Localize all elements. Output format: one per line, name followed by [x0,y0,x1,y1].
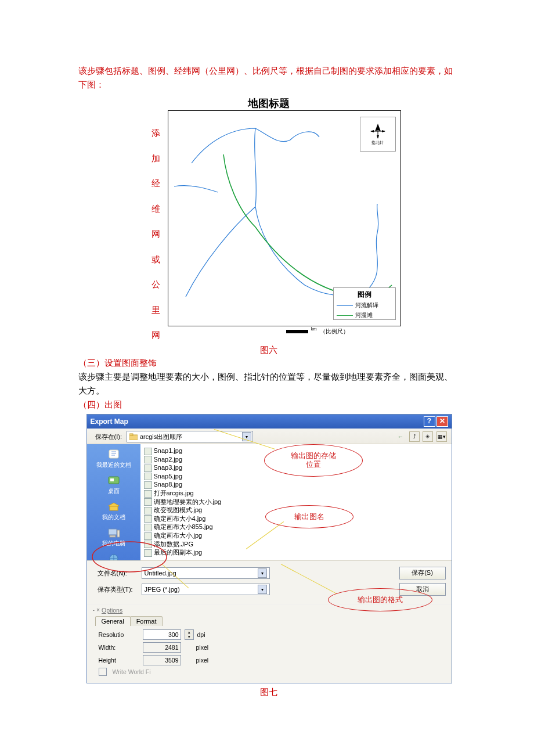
image-file-icon [144,507,152,514]
options-panel: - × Options General Format Resolutio 300… [87,604,452,683]
svg-rect-13 [109,529,117,535]
file-item[interactable]: 打开arcgis.jpg [144,489,448,498]
filetype-combo[interactable]: JPEG (*.jpg) ▾ [142,584,270,595]
file-item[interactable]: 调整地理要素的大小.jpg [144,498,448,506]
svg-rect-11 [110,478,114,481]
places-documents[interactable]: 我的文档 [87,501,140,521]
north-arrow-icon [369,123,387,140]
file-item[interactable]: 确定画布大小.jpg [144,531,448,540]
file-item[interactable]: 添加数据.JPG [144,540,448,549]
resolution-spinner[interactable]: ▴▾ [185,629,194,640]
image-file-icon [144,456,152,463]
width-field: 2481 [143,642,181,653]
resolution-unit: dpi [197,631,205,638]
svg-marker-4 [370,130,374,132]
section-4-heading: （四）出图 [78,398,459,412]
dialog-title: Export Map [91,417,128,426]
tab-format[interactable]: Format [130,616,163,626]
new-folder-button[interactable]: ✳ [423,431,433,442]
side-label-char: 网 [151,222,161,247]
file-item[interactable]: Snap5.jpg [144,472,448,481]
svg-rect-12 [110,506,118,510]
file-item[interactable]: Snap8.jpg [144,480,448,489]
svg-marker-5 [382,130,385,132]
file-item[interactable]: Snap1.jpg [144,447,448,455]
figure-6: 地图标题 添加经维网或公里网 指北针 [106,96,431,343]
file-item[interactable]: 确定画布大小855.jpg [144,523,448,531]
side-label-char: 里 [151,298,161,323]
cancel-button[interactable]: 取消 [399,583,446,596]
file-item[interactable]: 确定画布大小4.jpg [144,514,448,523]
recent-docs-icon [107,449,121,460]
resolution-field[interactable]: 300 [143,629,181,640]
side-label-char: 公 [151,272,161,298]
write-world-file-checkbox[interactable] [99,668,107,676]
file-item-label: 确定画布大小.jpg [154,532,203,539]
tab-general[interactable]: General [95,616,131,626]
filename-label: 文件名(N): [98,569,138,578]
dropdown-icon[interactable]: ▾ [258,568,267,578]
file-item-label: 确定画布大小4.jpg [154,515,206,522]
figure-7-caption: 图七 [78,687,459,698]
scale-unit: km [311,326,317,332]
help-button[interactable]: ? [424,416,435,427]
places-bar: 我最近的文档 桌面 我的文档 我的电脑 [87,444,140,560]
dialog-titlebar: Export Map ? ✕ [87,415,452,429]
file-item-label: 打开arcgis.jpg [154,489,194,496]
section-3-heading: （三）设置图面整饰 [78,356,459,370]
places-desktop[interactable]: 桌面 [87,475,140,495]
places-computer[interactable]: 我的电脑 [87,527,140,548]
file-item-label: Snap5.jpg [154,473,183,480]
close-button[interactable]: ✕ [436,416,448,427]
dropdown-icon[interactable]: ▾ [242,432,251,441]
file-item-label: Snap1.jpg [154,447,183,454]
dropdown-icon[interactable]: ▾ [258,585,267,594]
scale-note: （比例尺） [320,327,349,336]
scale-bar: km （比例尺） [286,327,349,336]
file-item[interactable]: 改变视图模式.jpg [144,506,448,514]
north-arrow-box: 指北针 [360,117,396,152]
file-item[interactable]: Snap3.jpg [144,463,448,472]
map-title: 地图标题 [106,96,431,110]
options-header[interactable]: Options [102,607,122,614]
legend-swatch-river [337,305,353,306]
file-item-label: Snap8.jpg [154,481,183,488]
up-folder-button[interactable]: ⤴ [409,431,420,442]
save-in-label: 保存在(I): [95,433,122,441]
side-label-char: 加 [151,146,161,172]
image-file-icon [144,481,152,489]
legend-swatch-floodplain [337,315,353,316]
side-label-char: 添 [151,121,161,146]
map-frame: 指北针 图例 河流解译 河漫滩 [168,110,401,326]
north-arrow-label: 指北针 [371,140,384,146]
file-item-label: 调整地理要素的大小.jpg [154,498,222,505]
width-label: Width: [99,644,139,651]
resolution-label: Resolutio [99,631,139,638]
svg-rect-8 [129,434,133,435]
legend-label-river: 河流解译 [355,301,378,309]
section-3-body: 该步骤主要是调整地理要素的大小，图例、指北针的位置等，尽量做到地理要素齐全，图面… [78,370,459,398]
side-label-char: 或 [151,247,161,273]
image-file-icon [144,465,152,472]
views-button[interactable]: ▦▾ [436,431,447,442]
file-item-label: 最后的图副本.jpg [154,549,203,556]
height-field: 3509 [143,655,181,665]
height-unit: pixel [196,657,209,664]
file-item[interactable]: Snap2.jpg [144,455,448,464]
image-file-icon [144,532,152,540]
save-button[interactable]: 保存(S) [399,567,446,579]
export-map-dialog: Export Map ? ✕ 保存在(I): arcgis出图顺序 ▾ ← ⤴ [86,414,452,683]
save-in-combo[interactable]: arcgis出图顺序 ▾ [127,431,253,442]
file-list[interactable]: Snap1.jpgSnap2.jpgSnap3.jpgSnap5.jpgSnap… [140,444,452,560]
image-file-icon [144,515,152,523]
save-in-value: arcgis出图顺序 [140,433,182,441]
filename-field[interactable]: Untitled.jpg ▾ [142,567,270,579]
file-item[interactable]: 最后的图副本.jpg [144,548,448,557]
back-button[interactable]: ← [397,433,403,440]
places-recent[interactable]: 我最近的文档 [87,449,140,469]
legend-label-floodplain: 河漫滩 [355,311,373,319]
image-file-icon [144,473,152,480]
file-item-label: Snap2.jpg [154,456,183,463]
image-file-icon [144,448,152,455]
svg-rect-9 [109,450,118,458]
